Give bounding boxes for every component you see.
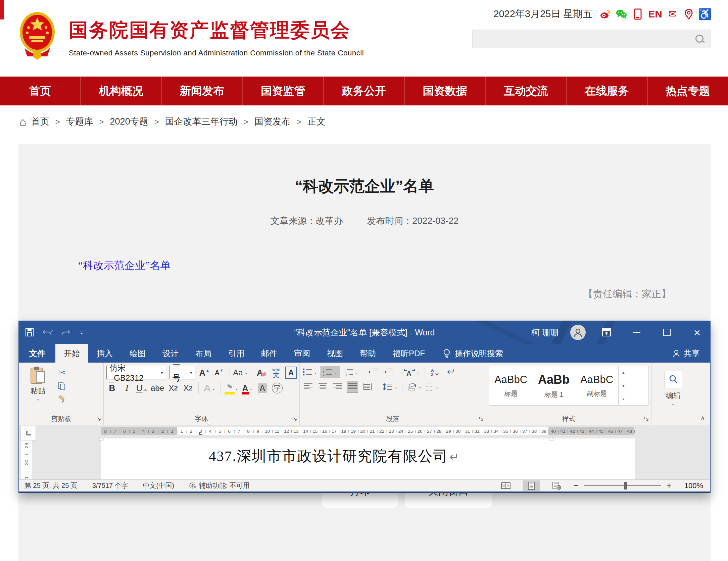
tab-3[interactable]: 绘图 [121, 344, 154, 363]
page-indicator[interactable]: 第 25 页, 共 25 页 [25, 481, 78, 490]
style-card[interactable]: AaBb标题 1 [532, 366, 575, 405]
styles-scroll-up-icon[interactable]: ▲ [619, 366, 628, 379]
shrink-font-icon[interactable]: A▼ [213, 367, 225, 379]
breadcrumb-item[interactable]: 国资发布 [254, 116, 291, 127]
paragraph-dialog-launcher-icon[interactable] [479, 416, 484, 422]
qat-customize-icon[interactable] [79, 330, 84, 335]
styles-dialog-launcher-icon[interactable] [644, 416, 649, 422]
print-layout-icon[interactable] [523, 480, 540, 491]
font-color-icon[interactable]: A ⌄ [242, 382, 253, 394]
nav-item[interactable]: 机构概况 [81, 77, 162, 105]
change-case-icon[interactable]: Aa⌄ [235, 367, 246, 379]
location-icon[interactable] [683, 8, 694, 20]
tab-selector[interactable] [20, 426, 36, 440]
show-paragraph-marks-icon[interactable] [444, 366, 456, 378]
align-center-icon[interactable] [317, 381, 329, 393]
enclose-characters-icon[interactable]: 字 [272, 382, 283, 394]
nav-item[interactable]: 热点专题 [648, 77, 728, 105]
redo-icon[interactable] [61, 328, 70, 336]
underline-button[interactable]: U⌄ [136, 382, 147, 394]
word-count[interactable]: 3/7517 个字 [92, 481, 128, 490]
home-icon[interactable]: ⌂ [19, 115, 27, 128]
font-name-select[interactable]: 仿宋_GB2312▾ [106, 366, 166, 379]
nav-item[interactable]: 政务公开 [324, 77, 405, 105]
zoom-in-button[interactable]: + [667, 480, 672, 491]
copy-icon[interactable] [56, 380, 67, 392]
collapse-ribbon-icon[interactable]: ∧ [700, 414, 705, 422]
tab-7[interactable]: 邮件 [253, 344, 286, 363]
cut-icon[interactable]: ✂ [56, 367, 67, 379]
nav-item[interactable]: 国资监管 [243, 77, 324, 105]
style-card[interactable]: AaBbC副标题 [575, 366, 618, 405]
tab-0[interactable]: 文件 [19, 344, 55, 363]
tab-10[interactable]: 帮助 [351, 344, 384, 363]
borders-icon[interactable]: ⌄ [425, 381, 439, 393]
tab-stop-marker[interactable] [199, 432, 202, 435]
paste-button[interactable]: 粘贴 ⌄ [22, 366, 54, 414]
maximize-button[interactable] [658, 321, 676, 344]
wechat-icon[interactable] [616, 8, 627, 20]
character-shading-icon[interactable]: A [257, 382, 268, 394]
zoom-slider[interactable] [584, 485, 661, 486]
nav-item[interactable]: 首页 [0, 77, 81, 105]
read-mode-icon[interactable] [497, 480, 515, 491]
attachment-link[interactable]: “科改示范企业”名单 [78, 259, 171, 273]
shading-icon[interactable]: ⌄ [407, 381, 422, 393]
nav-item[interactable]: 新闻发布 [162, 77, 243, 105]
mail-icon[interactable]: ✉ [667, 8, 678, 20]
numbered-list-icon[interactable]: 123 ⌄ [321, 366, 340, 378]
line-spacing-icon[interactable]: ⌄ [383, 381, 397, 393]
accessibility-icon[interactable]: ♿ [699, 8, 711, 20]
align-right-icon[interactable] [332, 381, 343, 393]
avatar[interactable] [570, 325, 586, 340]
increase-indent-icon[interactable] [383, 366, 394, 378]
mobile-icon[interactable] [632, 8, 643, 20]
right-indent-marker[interactable] [549, 431, 554, 437]
language-indicator[interactable]: 中文(中国) [143, 481, 174, 490]
tab-2[interactable]: 插入 [88, 344, 121, 363]
first-line-indent-marker[interactable] [207, 426, 212, 432]
format-painter-icon[interactable] [56, 393, 67, 406]
tab-8[interactable]: 审阅 [286, 344, 319, 363]
decrease-indent-icon[interactable] [368, 366, 379, 378]
close-button[interactable]: × [688, 321, 707, 344]
breadcrumb-item[interactable]: 首页 [31, 116, 49, 127]
edit-button[interactable]: 编辑 ⌄ [654, 366, 692, 406]
breadcrumb-item[interactable]: 国企改革三年行动 [165, 116, 238, 127]
nav-item[interactable]: 国资数据 [405, 77, 486, 105]
horizontal-ruler[interactable]: 87654321 1234567891011121314151617181920… [101, 427, 634, 435]
search-icon[interactable] [695, 34, 705, 44]
subscript-button[interactable]: X2 [167, 382, 179, 394]
align-left-icon[interactable] [302, 381, 314, 393]
justify-icon[interactable] [347, 381, 358, 393]
breadcrumb-item[interactable]: 2020专题 [110, 116, 148, 127]
zoom-slider-thumb[interactable] [624, 482, 627, 489]
undo-icon[interactable] [43, 328, 53, 336]
user-name[interactable]: 柯 珊珊 [531, 327, 559, 338]
tab-1[interactable]: 开始 [55, 344, 88, 363]
highlight-color-icon[interactable]: ⌄ [225, 382, 239, 394]
site-search-input[interactable] [472, 30, 711, 48]
minimize-button[interactable] [627, 321, 646, 344]
bullet-list-icon[interactable]: ⌄ [302, 366, 317, 378]
character-border-icon[interactable]: A [285, 367, 297, 379]
document-page[interactable]: 437.深圳市市政设计研究院有限公司↵ [101, 438, 635, 481]
multilevel-list-icon[interactable]: 1ai ⌄ [343, 366, 358, 378]
phonetic-guide-icon[interactable]: wén 文 [271, 367, 282, 379]
sort-icon[interactable]: AZ [430, 366, 441, 378]
document-text[interactable]: 437.深圳市市政设计研究院有限公司↵ [209, 447, 460, 466]
grow-font-icon[interactable]: A▲ [199, 367, 210, 379]
strikethrough-button[interactable]: abe [151, 382, 164, 394]
hanging-indent-marker[interactable] [98, 431, 104, 437]
italic-button[interactable]: I [121, 382, 133, 394]
clipboard-dialog-launcher-icon[interactable] [96, 416, 101, 422]
breadcrumb-item[interactable]: 专题库 [66, 116, 93, 127]
distribute-icon[interactable] [361, 381, 373, 393]
zoom-out-button[interactable]: − [574, 480, 579, 491]
clear-formatting-icon[interactable]: A [256, 367, 267, 379]
web-layout-icon[interactable] [548, 480, 566, 491]
zoom-percentage[interactable]: 100% [680, 481, 703, 490]
nav-item[interactable]: 互动交流 [486, 77, 567, 105]
tab-6[interactable]: 引用 [220, 344, 253, 363]
font-size-select[interactable]: 三号▾ [169, 366, 195, 379]
